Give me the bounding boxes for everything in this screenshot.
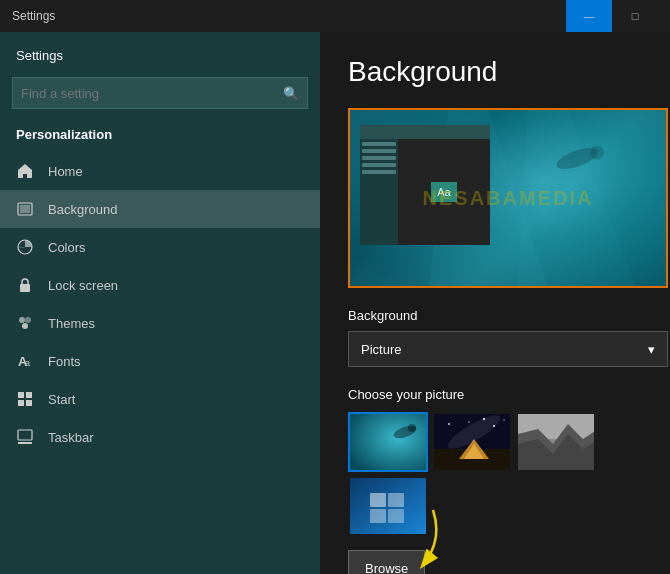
arrow-container: Browse	[348, 550, 642, 574]
svg-rect-41	[388, 509, 404, 523]
app-name: Settings	[16, 48, 63, 63]
svg-point-28	[468, 421, 470, 423]
sidebar: Settings 🔍 Personalization Home	[0, 32, 320, 574]
background-section-label: Background	[348, 308, 642, 323]
svg-rect-14	[18, 442, 32, 444]
sidebar-item-lock-screen[interactable]: Lock screen	[0, 266, 320, 304]
sidebar-item-background[interactable]: Background	[0, 190, 320, 228]
svg-point-19	[590, 146, 604, 160]
thumbnail-bg	[434, 414, 510, 470]
browse-button[interactable]: Browse	[348, 550, 425, 574]
svg-rect-3	[20, 284, 30, 292]
svg-rect-10	[26, 392, 32, 398]
preview-sidebar-line	[362, 149, 396, 153]
dropdown-value: Picture	[361, 342, 401, 357]
sidebar-item-fonts[interactable]: A a Fonts	[0, 342, 320, 380]
preview-window-content: Aa	[398, 139, 490, 245]
sidebar-item-label: Background	[48, 202, 117, 217]
preview-sidebar-line	[362, 163, 396, 167]
sidebar-item-label: Home	[48, 164, 83, 179]
personalization-label: Personalization	[0, 121, 320, 152]
colors-icon	[16, 238, 34, 256]
svg-rect-38	[370, 493, 386, 507]
svg-point-27	[448, 423, 450, 425]
app-title: Settings	[12, 9, 55, 23]
svg-text:a: a	[25, 358, 30, 368]
maximize-button[interactable]: □	[612, 0, 658, 32]
preview-background: Aa NESABAMEDIA	[350, 110, 666, 286]
picture-thumb-underwater[interactable]	[348, 412, 428, 472]
sidebar-item-label: Start	[48, 392, 75, 407]
start-icon	[16, 390, 34, 408]
background-preview: Aa NESABAMEDIA	[348, 108, 668, 288]
preview-aa-text: Aa	[431, 182, 456, 202]
app-body: Settings 🔍 Personalization Home	[0, 32, 670, 574]
preview-window-body: Aa	[360, 139, 490, 245]
chevron-down-icon: ▾	[648, 342, 655, 357]
sidebar-item-themes[interactable]: Themes	[0, 304, 320, 342]
preview-window-titlebar	[360, 125, 490, 139]
search-box[interactable]: 🔍	[12, 77, 308, 109]
window-controls: — □	[566, 0, 658, 32]
minimize-button[interactable]: —	[566, 0, 612, 32]
sidebar-item-label: Lock screen	[48, 278, 118, 293]
svg-rect-1	[20, 205, 30, 213]
thumbnail-bg	[350, 414, 426, 470]
sidebar-header: Settings	[0, 32, 320, 71]
svg-rect-39	[388, 493, 404, 507]
sidebar-item-colors[interactable]: Colors	[0, 228, 320, 266]
svg-rect-20	[350, 414, 428, 472]
svg-rect-40	[370, 509, 386, 523]
fonts-icon: A a	[16, 352, 34, 370]
lock-icon	[16, 276, 34, 294]
picture-thumb-night[interactable]	[432, 412, 512, 472]
svg-point-22	[408, 424, 416, 432]
sidebar-item-label: Themes	[48, 316, 95, 331]
thumbnail-bg	[350, 478, 426, 534]
svg-point-6	[22, 323, 28, 329]
sidebar-item-label: Taskbar	[48, 430, 94, 445]
picture-grid	[348, 412, 642, 536]
svg-rect-12	[26, 400, 32, 406]
preview-sidebar-line	[362, 156, 396, 160]
sidebar-item-start[interactable]: Start	[0, 380, 320, 418]
preview-mini-window: Aa	[360, 125, 490, 245]
thumbnail-bg	[518, 414, 594, 470]
background-icon	[16, 200, 34, 218]
preview-window-sidebar	[360, 139, 398, 245]
search-input[interactable]	[21, 86, 283, 101]
svg-point-4	[19, 317, 25, 323]
svg-rect-11	[18, 400, 24, 406]
background-dropdown[interactable]: Picture ▾	[348, 331, 668, 367]
home-icon	[16, 162, 34, 180]
svg-rect-13	[18, 430, 32, 440]
content-area: Background	[320, 32, 670, 574]
sidebar-item-label: Colors	[48, 240, 86, 255]
picture-thumb-cliff[interactable]	[516, 412, 596, 472]
preview-sidebar-line	[362, 142, 396, 146]
page-title: Background	[348, 56, 642, 88]
svg-point-30	[503, 419, 505, 421]
titlebar: Settings — □	[0, 0, 670, 32]
themes-icon	[16, 314, 34, 332]
choose-picture-label: Choose your picture	[348, 387, 642, 402]
svg-rect-9	[18, 392, 24, 398]
taskbar-icon	[16, 428, 34, 446]
search-icon: 🔍	[283, 86, 299, 101]
sidebar-item-taskbar[interactable]: Taskbar	[0, 418, 320, 456]
sidebar-item-home[interactable]: Home	[0, 152, 320, 190]
picture-thumb-windows[interactable]	[348, 476, 428, 536]
svg-point-5	[25, 317, 31, 323]
preview-sidebar-line	[362, 170, 396, 174]
sidebar-item-label: Fonts	[48, 354, 81, 369]
